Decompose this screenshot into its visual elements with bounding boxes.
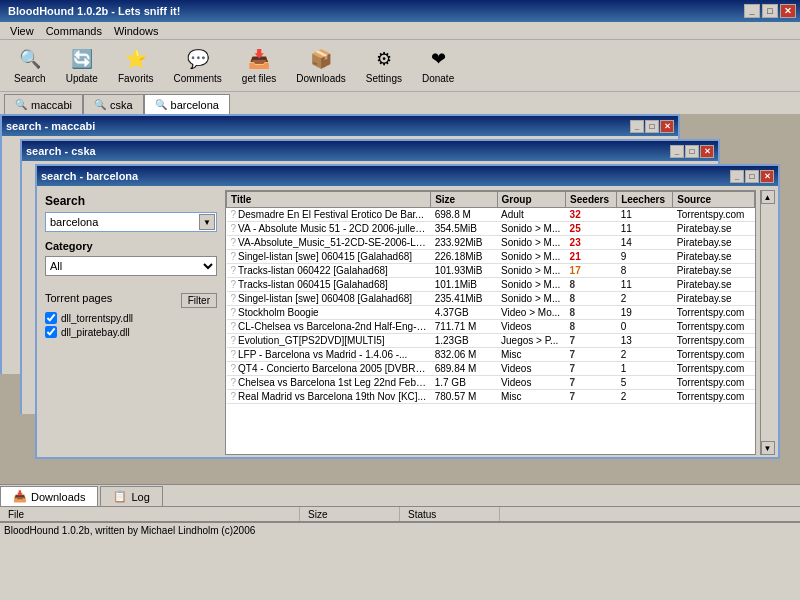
tab-log[interactable]: 📋 Log bbox=[100, 486, 162, 506]
table-row[interactable]: ?Singel-listan [swe] 060415 [Galahad68] … bbox=[227, 250, 755, 264]
checkbox-torrentspy[interactable] bbox=[45, 312, 57, 324]
cell-leechers: 0 bbox=[617, 320, 673, 334]
results-table: Title Size Group Seeders Leechers Source… bbox=[226, 191, 755, 404]
cell-leechers: 14 bbox=[617, 236, 673, 250]
table-row[interactable]: ?VA - Absolute Music 51 - 2CD 2006-julle… bbox=[227, 222, 755, 236]
minimize-button[interactable]: _ bbox=[744, 4, 760, 18]
table-row[interactable]: ?LFP - Barcelona vs Madrid - 1.4.06 -...… bbox=[227, 348, 755, 362]
col-size[interactable]: Size bbox=[431, 192, 497, 208]
cell-title: ?Singel-listan [swe] 060408 [Galahad68] bbox=[227, 292, 431, 306]
tab-barcelona[interactable]: 🔍 barcelona bbox=[144, 94, 230, 114]
package-icon: 📦 bbox=[309, 47, 333, 71]
scroll-down[interactable]: ▼ bbox=[761, 441, 775, 455]
cell-group: Misc bbox=[497, 348, 566, 362]
category-label: Category bbox=[45, 240, 217, 252]
cell-leechers: 11 bbox=[617, 278, 673, 292]
toolbar-getfiles[interactable]: 📥 get files bbox=[236, 45, 282, 86]
window-cska-titlebar: search - cska _ □ ✕ bbox=[22, 141, 718, 161]
checkbox-piratebay[interactable] bbox=[45, 326, 57, 338]
cell-source: Piratebay.se bbox=[673, 292, 755, 306]
table-row[interactable]: ?CL-Chelsea vs Barcelona-2nd Half-Eng-6.… bbox=[227, 320, 755, 334]
toolbar-update[interactable]: 🔄 Update bbox=[60, 45, 104, 86]
category-select[interactable]: All bbox=[45, 256, 217, 276]
table-row[interactable]: ?VA-Absolute_Music_51-2CD-SE-2006-LzY 23… bbox=[227, 236, 755, 250]
toolbar-donate[interactable]: ❤ Donate bbox=[416, 45, 460, 86]
cell-title: ?Tracks-listan 060422 [Galahad68] bbox=[227, 264, 431, 278]
col-title[interactable]: Title bbox=[227, 192, 431, 208]
cell-source: Piratebay.se bbox=[673, 264, 755, 278]
col-source[interactable]: Source bbox=[673, 192, 755, 208]
window-cska-maximize[interactable]: □ bbox=[685, 145, 699, 158]
tab-cska[interactable]: 🔍 cska bbox=[83, 94, 144, 114]
cell-seeders: 8 bbox=[566, 278, 617, 292]
cell-group: Videos bbox=[497, 376, 566, 390]
search-dropdown-arrow[interactable]: ▼ bbox=[199, 214, 215, 230]
toolbar-downloads[interactable]: 📦 Downloads bbox=[290, 45, 351, 86]
maximize-button[interactable]: □ bbox=[762, 4, 778, 18]
cell-leechers: 11 bbox=[617, 208, 673, 222]
cell-leechers: 2 bbox=[617, 390, 673, 404]
toolbar-search[interactable]: 🔍 Search bbox=[8, 45, 52, 86]
search-input[interactable] bbox=[45, 212, 217, 232]
menu-windows[interactable]: Windows bbox=[108, 23, 165, 39]
cell-size: 689.84 M bbox=[431, 362, 497, 376]
menu-commands[interactable]: Commands bbox=[40, 23, 108, 39]
close-button[interactable]: ✕ bbox=[780, 4, 796, 18]
cell-source: Piratebay.se bbox=[673, 250, 755, 264]
cell-title: ?Real Madrid vs Barcelona 19th Nov [KC].… bbox=[227, 390, 431, 404]
window-maccabi-controls: _ □ ✕ bbox=[630, 120, 674, 133]
cell-leechers: 8 bbox=[617, 264, 673, 278]
table-row[interactable]: ?Real Madrid vs Barcelona 19th Nov [KC].… bbox=[227, 390, 755, 404]
table-row[interactable]: ?Tracks-listan 060415 [Galahad68] 101.1M… bbox=[227, 278, 755, 292]
tab-downloads[interactable]: 📥 Downloads bbox=[0, 486, 98, 506]
search-icon: 🔍 bbox=[18, 47, 42, 71]
footer: BloodHound 1.0.2b, written by Michael Li… bbox=[0, 522, 800, 538]
window-cska-minimize[interactable]: _ bbox=[670, 145, 684, 158]
cell-title: ?VA - Absolute Music 51 - 2CD 2006-julle… bbox=[227, 222, 431, 236]
table-row[interactable]: ?Stockholm Boogie 4.37GB Video > Mo... 8… bbox=[227, 306, 755, 320]
window-barcelona-minimize[interactable]: _ bbox=[730, 170, 744, 183]
col-group[interactable]: Group bbox=[497, 192, 566, 208]
category-container: All bbox=[45, 256, 217, 284]
cell-title: ?Tracks-listan 060415 [Galahad68] bbox=[227, 278, 431, 292]
file-status-bar: File Size Status bbox=[0, 506, 800, 522]
app-title: BloodHound 1.0.2b - Lets sniff it! bbox=[4, 5, 180, 17]
cell-size: 832.06 M bbox=[431, 348, 497, 362]
window-maccabi-maximize[interactable]: □ bbox=[645, 120, 659, 133]
cell-group: Misc bbox=[497, 390, 566, 404]
comments-icon: 💬 bbox=[186, 47, 210, 71]
cell-source: Piratebay.se bbox=[673, 236, 755, 250]
bottom-tab-bar: 📥 Downloads 📋 Log bbox=[0, 484, 800, 506]
tab-maccabi[interactable]: 🔍 maccabi bbox=[4, 94, 83, 114]
table-row[interactable]: ?Desmadre En El Festival Erotico De Bar.… bbox=[227, 208, 755, 222]
cell-leechers: 11 bbox=[617, 222, 673, 236]
window-maccabi-close[interactable]: ✕ bbox=[660, 120, 674, 133]
col-leechers[interactable]: Leechers bbox=[617, 192, 673, 208]
window-barcelona-maximize[interactable]: □ bbox=[745, 170, 759, 183]
table-row[interactable]: ?Evolution_GT[PS2DVD][MULTI5] 1.23GB Jue… bbox=[227, 334, 755, 348]
page-torrentspy: dll_torrentspy.dll bbox=[45, 312, 217, 324]
table-row[interactable]: ?QT4 - Concierto Barcelona 2005 [DVBRIP.… bbox=[227, 362, 755, 376]
cell-size: 4.37GB bbox=[431, 306, 497, 320]
cell-leechers: 2 bbox=[617, 292, 673, 306]
filter-button[interactable]: Filter bbox=[181, 293, 217, 308]
toolbar-settings[interactable]: ⚙ Settings bbox=[360, 45, 408, 86]
cell-title: ?Stockholm Boogie bbox=[227, 306, 431, 320]
cell-group: Videos bbox=[497, 320, 566, 334]
window-barcelona-content: Search ▼ Category All Torrent pages Filt… bbox=[37, 186, 778, 459]
window-maccabi-minimize[interactable]: _ bbox=[630, 120, 644, 133]
col-seeders[interactable]: Seeders bbox=[566, 192, 617, 208]
scroll-up[interactable]: ▲ bbox=[761, 190, 775, 204]
toolbar-comments[interactable]: 💬 Comments bbox=[168, 45, 228, 86]
tab-maccabi-icon: 🔍 bbox=[15, 99, 27, 110]
menu-view[interactable]: View bbox=[4, 23, 40, 39]
window-cska-close[interactable]: ✕ bbox=[700, 145, 714, 158]
table-row[interactable]: ?Tracks-listan 060422 [Galahad68] 101.93… bbox=[227, 264, 755, 278]
file-section: File bbox=[0, 507, 300, 521]
table-row[interactable]: ?Chelsea vs Barcelona 1st Leg 22nd Feb .… bbox=[227, 376, 755, 390]
window-barcelona-close[interactable]: ✕ bbox=[760, 170, 774, 183]
cell-title: ?Desmadre En El Festival Erotico De Bar.… bbox=[227, 208, 431, 222]
table-row[interactable]: ?Singel-listan [swe] 060408 [Galahad68] … bbox=[227, 292, 755, 306]
toolbar-favorits[interactable]: ⭐ Favorits bbox=[112, 45, 160, 86]
toolbar: 🔍 Search 🔄 Update ⭐ Favorits 💬 Comments … bbox=[0, 40, 800, 92]
